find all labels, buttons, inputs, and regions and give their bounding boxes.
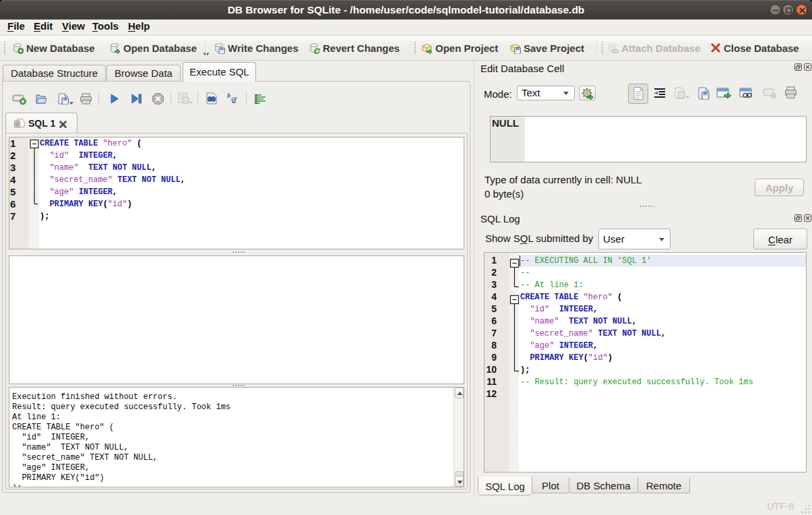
svg-text:b: b xyxy=(227,92,230,99)
svg-text:a: a xyxy=(232,96,236,105)
